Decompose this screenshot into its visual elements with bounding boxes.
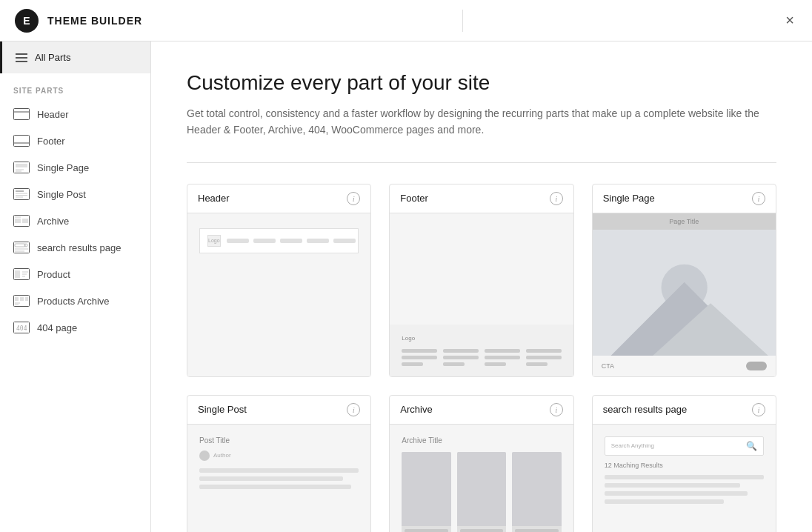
single-page-card-header: Single Page i (593, 184, 776, 213)
products-archive-icon (13, 295, 30, 307)
header-card-header: Header i (187, 184, 370, 213)
svg-rect-29 (20, 297, 24, 301)
sidebar-label-single-page: Single Page (37, 162, 89, 173)
search-results-card-preview: Search Anything 🔍 12 Maching Results (593, 425, 776, 532)
single-post-preview-title: Post Title (199, 436, 359, 445)
sidebar-label-products-archive: Products Archive (37, 296, 110, 307)
sidebar: All Parts SITE PARTS Header Footer (0, 41, 151, 532)
archive-card-title: Archive (400, 404, 432, 415)
header-preview-logo: Logo (207, 235, 221, 247)
search-results-icon (13, 242, 30, 253)
sidebar-label-header: Header (37, 109, 69, 120)
svg-rect-5 (16, 164, 27, 167)
single-page-preview-title: Page Title (593, 213, 776, 230)
sidebar-item-search-results[interactable]: search results page (0, 234, 150, 261)
svg-rect-28 (15, 297, 19, 301)
sidebar-item-single-post[interactable]: Single Post (0, 181, 150, 207)
sidebar-item-archive[interactable]: Archive (0, 207, 150, 234)
site-parts-label: SITE PARTS (0, 73, 150, 101)
top-bar-divider (462, 10, 463, 32)
single-post-icon (13, 188, 30, 200)
sidebar-item-footer[interactable]: Footer (0, 127, 150, 154)
search-results-card-info[interactable]: i (752, 403, 765, 416)
archive-card[interactable]: Archive i Archive Title (389, 395, 573, 532)
search-magnifier-icon: 🔍 (746, 441, 757, 451)
svg-text:404: 404 (16, 325, 27, 332)
post-author-avatar (199, 450, 210, 461)
footer-card[interactable]: Footer i Logo (389, 184, 573, 377)
sidebar-label-product: Product (37, 269, 70, 280)
search-results-card[interactable]: search results page i Search Anything 🔍 … (592, 395, 776, 532)
search-results-count: 12 Maching Results (605, 462, 764, 469)
single-post-card-preview: Post Title Author (187, 425, 370, 532)
footer-preview-logo-text: Logo (402, 335, 561, 342)
sidebar-label-footer: Footer (37, 136, 65, 147)
single-page-icon (13, 162, 30, 173)
content-divider (187, 162, 776, 163)
svg-rect-8 (14, 189, 30, 200)
archive-card-header: Archive i (390, 396, 573, 425)
footer-card-preview: Logo (390, 213, 573, 376)
footer-icon (13, 135, 30, 147)
footer-card-header: Footer i (390, 184, 573, 213)
search-results-card-title: search results page (603, 404, 687, 415)
search-input-placeholder: Search Anything (611, 442, 746, 449)
search-results-card-header: search results page i (593, 396, 776, 425)
header-card[interactable]: Header i Logo (187, 184, 371, 377)
close-button[interactable]: × (782, 9, 797, 32)
archive-card-info[interactable]: i (550, 403, 563, 416)
sidebar-item-header[interactable]: Header (0, 101, 150, 127)
top-bar-left: E THEME BUILDER (15, 9, 142, 33)
svg-rect-18 (15, 244, 25, 247)
sidebar-label-search-results: search results page (37, 242, 121, 253)
svg-rect-15 (22, 219, 28, 223)
page-description: Get total control, consistency and a fas… (187, 105, 765, 139)
single-post-card-info[interactable]: i (347, 403, 360, 416)
single-page-card[interactable]: Single Page i Page Title (592, 184, 776, 377)
svg-rect-23 (15, 270, 20, 278)
sidebar-label-single-post: Single Post (37, 189, 86, 200)
single-page-cta-label: CTA (602, 362, 614, 370)
sidebar-item-product[interactable]: Product (0, 261, 150, 287)
svg-rect-14 (15, 219, 21, 223)
sidebar-item-404[interactable]: 404 404 page (0, 314, 150, 341)
header-preview-nav (227, 239, 356, 243)
archive-icon (13, 215, 30, 227)
single-post-card-header: Single Post i (187, 396, 370, 425)
svg-rect-2 (14, 136, 30, 147)
product-icon (13, 268, 30, 280)
svg-point-19 (24, 244, 27, 247)
menu-icon (16, 53, 27, 62)
top-bar: E THEME BUILDER × (0, 0, 812, 41)
header-icon (13, 108, 30, 120)
single-page-card-info[interactable]: i (752, 192, 765, 205)
cards-grid: Header i Logo (187, 184, 776, 532)
sidebar-label-404: 404 page (37, 322, 77, 333)
post-author-label: Author (213, 452, 231, 459)
header-card-info[interactable]: i (347, 192, 360, 205)
sidebar-item-single-page[interactable]: Single Page (0, 154, 150, 181)
footer-card-info[interactable]: i (550, 192, 563, 205)
svg-rect-0 (14, 109, 30, 120)
single-post-card[interactable]: Single Post i Post Title Author (187, 395, 371, 532)
404-icon: 404 (13, 322, 30, 333)
elementor-logo: E (15, 9, 39, 33)
single-post-card-title: Single Post (198, 404, 247, 415)
header-card-preview: Logo (187, 213, 370, 376)
main-layout: All Parts SITE PARTS Header Footer (0, 41, 812, 532)
sidebar-all-parts[interactable]: All Parts (0, 41, 150, 73)
single-page-card-title: Single Page (603, 193, 655, 204)
cta-toggle (746, 362, 767, 370)
main-content: Customize every part of your site Get to… (151, 41, 812, 532)
svg-rect-30 (25, 297, 28, 301)
hero-mountain-svg (593, 230, 776, 356)
app-title: THEME BUILDER (47, 15, 142, 27)
sidebar-label-archive: Archive (37, 216, 69, 227)
all-parts-label: All Parts (35, 52, 70, 63)
page-title: Customize every part of your site (187, 71, 776, 95)
footer-card-title: Footer (400, 193, 428, 204)
sidebar-item-products-archive[interactable]: Products Archive (0, 287, 150, 314)
archive-preview-title: Archive Title (402, 436, 561, 445)
archive-card-preview: Archive Title (390, 425, 573, 532)
header-card-title: Header (198, 193, 230, 204)
